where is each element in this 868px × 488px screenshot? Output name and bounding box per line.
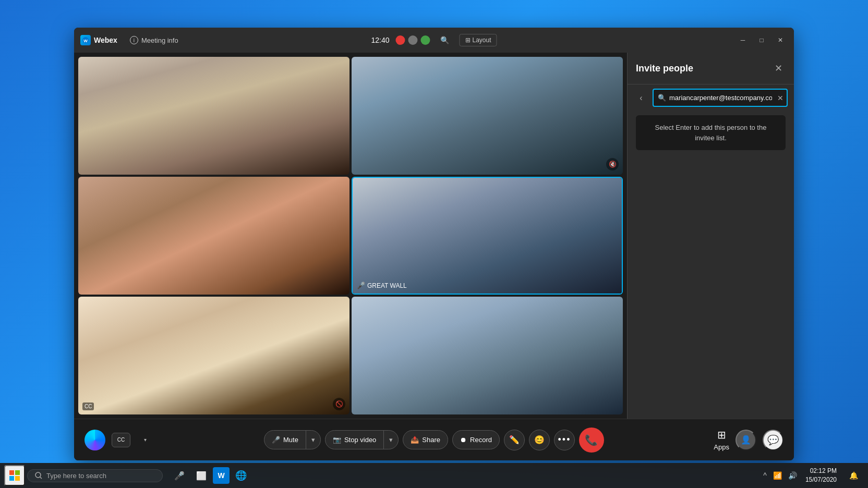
layout-button[interactable]: ⊞ Layout: [460, 34, 497, 46]
record-icon: ⏺: [460, 436, 467, 444]
svg-rect-3: [15, 470, 20, 475]
more-button[interactable]: •••: [554, 430, 575, 450]
speaker-name: GREAT WALL: [367, 282, 407, 289]
video-cell-4: 🎤 GREAT WALL: [352, 177, 623, 295]
record-button[interactable]: ⏺ Record: [453, 431, 499, 449]
taskbar-time-display: 02:12 PM: [805, 467, 837, 475]
captions-arrow[interactable]: ▾: [137, 432, 153, 448]
mute-button[interactable]: 🎤 Mute: [264, 431, 306, 449]
panel-header: Invite people ✕: [628, 53, 794, 84]
invite-email-input[interactable]: [653, 89, 788, 107]
maximize-button[interactable]: □: [754, 33, 769, 47]
share-button[interactable]: 📤 Share: [403, 431, 448, 449]
participants-icon: 👤: [741, 435, 751, 445]
mute-label: Mute: [283, 436, 298, 444]
toolbar-left: CC ▾: [85, 430, 153, 450]
toolbar-center: 🎤 Mute ▾ 📷 Stop video ▾: [264, 428, 604, 453]
taskbar-volume[interactable]: 🔊: [786, 469, 799, 482]
panel-nav: ‹ 🔍 ✕: [628, 84, 794, 111]
info-icon: i: [130, 36, 138, 44]
captions-button[interactable]: CC: [112, 433, 130, 447]
taskbar-webex-app[interactable]: W: [213, 467, 230, 484]
chat-button[interactable]: 💬: [763, 430, 783, 450]
layout-label: Layout: [473, 36, 491, 44]
video-cell-1: [78, 57, 349, 175]
svg-rect-2: [9, 470, 14, 475]
title-bar-left: W Webex i Meeting info: [80, 34, 183, 46]
end-call-button[interactable]: 📞: [579, 428, 604, 453]
taskbar-search-bar[interactable]: Type here to search: [27, 469, 163, 482]
svg-text:W: W: [83, 39, 88, 43]
taskbar-icons: 🎤 ⬜ W 🌐: [169, 465, 251, 486]
meeting-info-label: Meeting info: [141, 36, 178, 44]
video-icon: 📷: [333, 436, 341, 444]
taskbar-chevron[interactable]: ^: [761, 469, 769, 482]
speaker-label: 🎤 GREAT WALL: [357, 282, 407, 289]
mute-btn-group: 🎤 Mute ▾: [264, 430, 321, 449]
taskbar-task-view[interactable]: ⬜: [191, 465, 212, 486]
recording-dot: [396, 35, 405, 45]
system-icons: ^ 📶 🔊: [761, 469, 799, 482]
search-icon: 🔍: [658, 94, 666, 102]
taskbar-search-text: Type here to search: [46, 472, 106, 480]
minimize-button[interactable]: ─: [736, 33, 750, 47]
chat-icon: 💬: [767, 434, 779, 446]
taskbar-search-icon: [35, 472, 42, 479]
video-cell-2: 🔇: [352, 57, 623, 175]
mic-off-badge-2: 🔇: [606, 158, 619, 170]
share-label: Share: [422, 436, 440, 444]
notification-button[interactable]: 🔔: [843, 465, 864, 486]
toolbar-right: ⊞ Apps 👤 💬: [714, 429, 783, 451]
tooltip-text: Select Enter to add this person to the i…: [655, 124, 767, 142]
apps-grid-icon: ⊞: [717, 429, 726, 441]
main-content: 🔇 🎤 GREAT WALL 🚫: [74, 53, 794, 419]
panel-title: Invite people: [636, 63, 693, 74]
taskbar-microphone[interactable]: 🎤: [169, 465, 190, 486]
title-bar-center: 12:40 🔍 ⊞ Layout: [371, 32, 497, 48]
meeting-info-tab[interactable]: i Meeting info: [126, 34, 183, 46]
mute-arrow-button[interactable]: ▾: [306, 431, 320, 449]
input-clear-button[interactable]: ✕: [777, 94, 783, 102]
taskbar-right: ^ 📶 🔊 02:12 PM 15/07/2020 🔔: [761, 465, 864, 486]
close-button[interactable]: ✕: [773, 33, 788, 47]
svg-point-6: [35, 472, 41, 478]
time-display: 12:40: [371, 36, 389, 44]
speaker-mic-icon: 🎤: [357, 282, 365, 289]
apps-label: Apps: [714, 443, 729, 451]
share-btn-group: 📤 Share: [403, 430, 448, 449]
nav-back-button[interactable]: ‹: [634, 91, 648, 105]
apps-button[interactable]: ⊞ Apps: [714, 429, 729, 451]
share-icon: 📤: [411, 436, 419, 444]
title-bar-right: ─ □ ✕: [736, 33, 788, 47]
cc-badge: CC: [82, 402, 94, 410]
video-cell-5: 🚫 CC: [78, 297, 349, 414]
record-label: Record: [470, 436, 492, 444]
end-call-icon: 📞: [585, 434, 598, 446]
mic-icon: 🎤: [272, 436, 280, 444]
taskbar-network[interactable]: 📶: [771, 469, 784, 482]
network-dot: [421, 35, 430, 45]
main-window: W Webex i Meeting info 12:40 🔍: [74, 28, 794, 460]
start-button[interactable]: [4, 465, 25, 486]
stop-video-button[interactable]: 📷 Stop video: [326, 431, 383, 449]
toolbar-wrapper: CC ▾ 🎤 Mute ▾ 📷 St: [85, 429, 783, 451]
cortana-icon[interactable]: [85, 430, 105, 450]
search-button[interactable]: 🔍: [437, 32, 453, 48]
audio-dot: [408, 35, 418, 45]
svg-rect-4: [9, 476, 14, 481]
annotate-button[interactable]: ✏️: [504, 430, 525, 450]
video-arrow-button[interactable]: ▾: [383, 431, 398, 449]
mic-off-badge-5: 🚫: [333, 398, 345, 410]
participants-button[interactable]: 👤: [736, 430, 756, 450]
status-dots: [396, 35, 430, 45]
reactions-button[interactable]: 😊: [529, 430, 550, 450]
taskbar-edge-app[interactable]: 🌐: [231, 465, 251, 486]
svg-line-7: [40, 477, 42, 479]
webex-logo[interactable]: W Webex: [80, 35, 117, 45]
taskbar-clock[interactable]: 02:12 PM 15/07/2020: [805, 467, 837, 484]
video-grid: 🔇 🎤 GREAT WALL 🚫: [74, 53, 627, 419]
video-cell-6: [352, 297, 623, 414]
panel-close-button[interactable]: ✕: [771, 61, 786, 76]
stop-video-label: Stop video: [344, 436, 376, 444]
webex-title: Webex: [94, 36, 117, 44]
